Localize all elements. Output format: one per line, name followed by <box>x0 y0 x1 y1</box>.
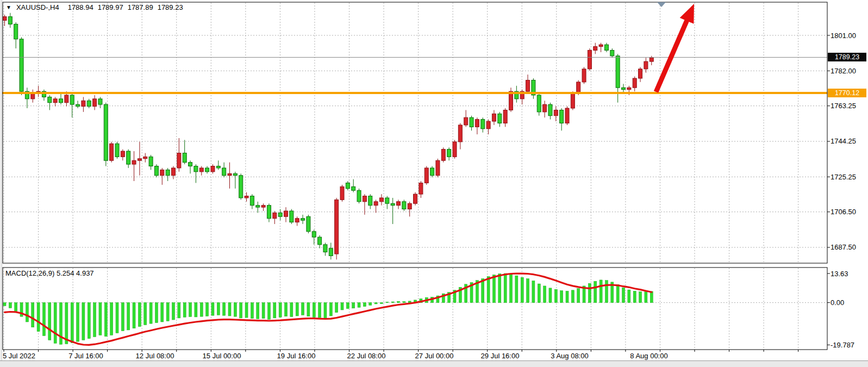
macd-bar <box>510 274 513 303</box>
macd-bar <box>279 303 282 318</box>
candle <box>98 99 102 104</box>
macd-tick-label: 13.63 <box>830 270 866 278</box>
macd-bar <box>228 303 231 316</box>
candle <box>616 56 620 88</box>
candle <box>644 61 648 69</box>
macd-bar <box>408 301 411 303</box>
candle <box>76 104 80 106</box>
candle <box>560 110 564 123</box>
macd-bar <box>600 280 602 303</box>
candle <box>453 142 457 157</box>
candle <box>588 50 591 69</box>
candle <box>8 17 12 24</box>
macd-bar <box>403 302 405 303</box>
support-price-tag: 1770.12 <box>828 89 866 97</box>
macd-bar <box>127 303 130 330</box>
macd-bar <box>93 303 96 337</box>
macd-bar <box>515 276 518 303</box>
date-tick-label: 3 Aug 08:00 <box>551 352 588 360</box>
candle <box>391 203 395 205</box>
candle <box>104 104 108 160</box>
macd-bar <box>482 279 484 303</box>
symbol-dropdown-icon[interactable]: ▼ <box>6 4 11 10</box>
candle <box>121 151 124 157</box>
trading-terminal-chart: ▼XAUUSD-,H41788.941789.971787.891789.23 … <box>0 0 868 367</box>
macd-bar <box>195 303 197 317</box>
candle <box>650 58 653 61</box>
macd-bar <box>71 303 73 343</box>
candle <box>267 206 271 219</box>
candle <box>402 202 406 209</box>
candle <box>199 168 203 172</box>
candle <box>14 24 18 39</box>
macd-bar <box>605 281 608 303</box>
price-tick-label: 1687.50 <box>830 243 866 251</box>
chart-header: ▼XAUUSD-,H41788.941789.971787.891789.23 <box>6 3 188 11</box>
candle <box>250 196 254 206</box>
macd-bar <box>121 303 124 331</box>
candle <box>194 166 198 172</box>
main-pane-bg[interactable] <box>3 2 827 263</box>
candle <box>622 88 626 89</box>
candle <box>20 39 23 91</box>
macd-tick-label: 0.00 <box>830 298 866 307</box>
macd-bar <box>82 303 85 340</box>
price-tick-label: 1801.00 <box>830 32 866 40</box>
candle <box>548 104 552 116</box>
window-left-edge <box>0 0 2 360</box>
candle <box>3 17 7 21</box>
candle <box>127 151 130 164</box>
candle <box>363 196 366 202</box>
macd-bar <box>138 303 141 327</box>
candle <box>93 99 97 107</box>
candle <box>160 170 164 175</box>
candle <box>166 170 170 175</box>
candle <box>233 173 237 175</box>
macd-bar <box>104 303 107 337</box>
macd-bar <box>538 284 540 303</box>
macd-bar <box>313 303 315 318</box>
candle <box>577 82 580 94</box>
macd-bar <box>549 288 552 303</box>
ohlc-close: 1789.23 <box>158 3 183 11</box>
candle <box>492 114 496 121</box>
macd-bar <box>498 274 501 303</box>
macd-bar <box>42 303 45 336</box>
macd-bar <box>358 303 360 308</box>
candle <box>475 120 479 127</box>
date-tick-label: 7 Jul 16:00 <box>68 352 103 360</box>
macd-bar <box>397 301 400 302</box>
macd-bar <box>183 303 186 318</box>
macd-bar <box>645 292 647 303</box>
candle <box>307 216 310 231</box>
candle <box>447 150 451 157</box>
candle <box>565 108 569 123</box>
macd-bar <box>639 292 642 303</box>
candle <box>65 95 68 103</box>
macd-bar <box>65 303 68 344</box>
macd-bar <box>48 303 51 340</box>
macd-bar <box>554 289 557 302</box>
macd-bar <box>504 273 507 303</box>
macd-bar <box>110 303 113 335</box>
ohlc-high: 1789.97 <box>98 3 123 11</box>
candle <box>295 219 299 222</box>
current-price-tag: 1789.23 <box>828 53 866 61</box>
macd-bar <box>560 291 563 303</box>
macd-bar <box>149 303 152 324</box>
candle <box>571 94 574 108</box>
candle <box>138 159 141 160</box>
macd-bar <box>172 303 175 320</box>
candle <box>379 198 383 202</box>
macd-bar <box>588 283 591 302</box>
macd-bar <box>302 303 304 315</box>
candle <box>329 248 333 256</box>
candle <box>211 166 215 172</box>
candle <box>256 206 260 207</box>
candle <box>436 160 440 175</box>
candle <box>408 203 411 209</box>
macd-bar <box>374 303 377 304</box>
chart-canvas[interactable] <box>0 0 868 367</box>
macd-bar <box>633 291 636 302</box>
macd-bar <box>32 303 34 327</box>
